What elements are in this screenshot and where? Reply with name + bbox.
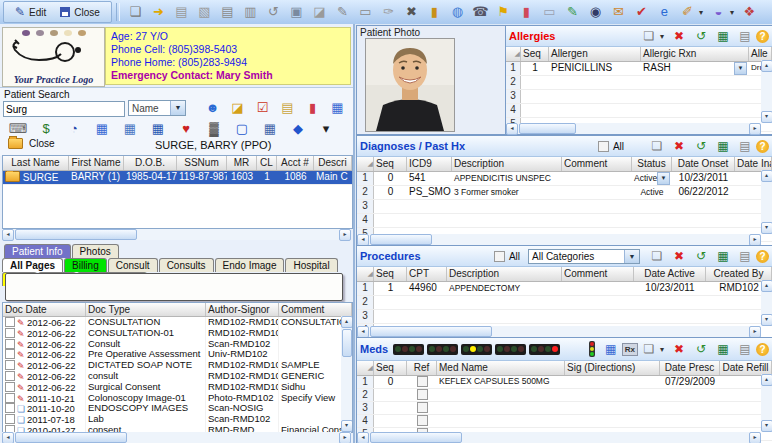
new-record-icon[interactable]: ❏: [646, 139, 668, 153]
documents-vscrollbar[interactable]: ▴ ▾: [341, 316, 352, 432]
scroll-left-icon[interactable]: ◂: [2, 432, 14, 443]
mail-icon[interactable]: ✉: [607, 1, 630, 23]
doc-checkbox[interactable]: [5, 328, 15, 338]
diamond-icon[interactable]: ◆: [284, 118, 312, 140]
col-description[interactable]: Description: [447, 267, 562, 281]
delete-record-icon[interactable]: ✖: [668, 29, 690, 43]
allergy-row[interactable]: 1 1 PENICILLINS ▼RASH Drug: [506, 62, 772, 76]
scroll-right-icon[interactable]: ▸: [339, 229, 351, 241]
browser-icon[interactable]: e: [653, 1, 676, 23]
workstation-icon[interactable]: ▭: [354, 1, 377, 23]
patient-grid-hscrollbar[interactable]: ◂ ▸: [2, 229, 351, 240]
new-record-icon[interactable]: ❏: [638, 342, 660, 356]
new-record-dropdown-icon[interactable]: ▾: [660, 345, 668, 354]
help-icon[interactable]: ?: [756, 30, 769, 43]
col-acct[interactable]: Acct #: [277, 156, 314, 170]
procedure-row[interactable]: 1 1 44960 APPENDECTOMY 10/23/2011 RMD102: [357, 282, 772, 296]
signature-icon[interactable]: ✑: [377, 1, 400, 23]
patient-row-selected[interactable]: SURGE BARRY (1) 1985-04-17 119-87-9876 1…: [3, 171, 352, 185]
col-seq[interactable]: Seq: [374, 361, 407, 375]
scroll-right-icon[interactable]: ▸: [749, 123, 761, 135]
diagnoses-hscrollbar[interactable]: ◂▸: [357, 234, 761, 245]
delete-record-icon[interactable]: ✖: [668, 139, 690, 153]
doc-row[interactable]: ✎2012-06-22CONSULTATION-01RMD102-RMD102: [3, 328, 352, 339]
scroll-thumb[interactable]: [342, 329, 352, 357]
patient-edit-icon[interactable]: ☻: [200, 97, 225, 119]
chevron-down-icon[interactable]: ▼: [624, 250, 639, 263]
procedures-vscrollbar[interactable]: ▴▾: [761, 280, 772, 326]
print-icon[interactable]: ▤: [734, 139, 756, 153]
col-ref[interactable]: Ref: [407, 361, 437, 375]
print-all-icon[interactable]: ▥: [239, 1, 262, 23]
edit-button[interactable]: ✎ Edit: [8, 4, 53, 20]
scroll-right-icon[interactable]: ▸: [749, 326, 761, 338]
col-dob[interactable]: D.O.B.: [124, 156, 177, 170]
power-icon[interactable]: ◒: [707, 1, 730, 23]
chevron-down-icon[interactable]: ▼: [170, 101, 185, 115]
scroll-up-icon[interactable]: ▴: [761, 374, 772, 386]
allergy-row-empty[interactable]: 4: [506, 104, 772, 118]
grid-icon[interactable]: ▦: [256, 118, 284, 140]
export-icon[interactable]: ▦: [712, 29, 734, 43]
diagnosis-row[interactable]: 1 0 541 APPENDICITIS UNSPEC ▼Active 10/2…: [357, 172, 772, 186]
scroll-up-icon[interactable]: ▴: [341, 316, 353, 328]
doc-row[interactable]: ❏2011-07-18LabScan-RMD102: [3, 414, 352, 425]
print-icon[interactable]: ▤: [734, 29, 756, 43]
scroll-right-icon[interactable]: ▸: [749, 432, 761, 443]
scroll-right-icon[interactable]: ▸: [339, 432, 351, 443]
ruler-icon[interactable]: ✐: [676, 1, 699, 23]
tab-hospital[interactable]: Hospital: [285, 258, 337, 272]
search-by-dropdown[interactable]: Name ▼: [128, 100, 186, 116]
calculator-icon[interactable]: ▢: [228, 118, 256, 140]
med-row-empty[interactable]: 4: [357, 415, 772, 428]
allergy-row-empty[interactable]: 3: [506, 90, 772, 104]
clock-icon[interactable]: ◔: [60, 118, 88, 140]
scroll-down-icon[interactable]: ▾: [761, 314, 772, 326]
doc-checkbox[interactable]: [5, 360, 15, 370]
all-checkbox[interactable]: [598, 141, 609, 152]
tab-all-pages[interactable]: All Pages: [2, 258, 63, 272]
col-seq[interactable]: Seq: [374, 267, 407, 281]
scroll-thumb[interactable]: [15, 432, 127, 443]
contact-card-icon[interactable]: ▣: [285, 1, 308, 23]
new-record-icon[interactable]: ❏: [638, 29, 660, 43]
scroll-left-icon[interactable]: ◂: [357, 234, 369, 246]
doc-row[interactable]: ❏2011-10-20ENDOSCOPY IMAGESScan-NOSIG: [3, 403, 352, 414]
doc-row[interactable]: ✎2011-10-21Colonoscopy Image-01Photo-RMD…: [3, 393, 352, 404]
scroll-up-icon[interactable]: ▴: [761, 170, 772, 182]
calendar-clock-icon[interactable]: ▦: [144, 118, 172, 140]
diagnosis-row[interactable]: 2 0 PS_SMO 3 Former smoker Active 06/22/…: [357, 186, 772, 200]
chevron-down-icon[interactable]: ▼: [734, 62, 747, 75]
refresh-icon[interactable]: ↺: [690, 342, 712, 356]
col-date-refill[interactable]: Date Refill: [720, 361, 772, 375]
grid-corner[interactable]: ◢: [357, 157, 374, 171]
col-date-active[interactable]: Date Active: [634, 267, 706, 281]
chart-search-icon[interactable]: ◪: [225, 97, 250, 119]
col-created-by[interactable]: Created By: [706, 267, 772, 281]
tab-endo-image[interactable]: Endo Image: [215, 258, 285, 272]
doc-checkbox[interactable]: [5, 393, 15, 403]
doc-row[interactable]: ✎2012-06-22DICTATED SOAP NOTERMD102-RMD1…: [3, 360, 352, 371]
col-comment[interactable]: Comment: [562, 267, 634, 281]
col-comment[interactable]: Comment: [562, 157, 632, 171]
tab-consult[interactable]: Consult: [108, 258, 158, 272]
announcement-icon[interactable]: ⚑: [492, 1, 515, 23]
col-status[interactable]: Status: [632, 157, 672, 171]
red-book-icon[interactable]: ▮: [300, 97, 325, 119]
col-seq[interactable]: Seq: [374, 157, 407, 171]
close-chart-button[interactable]: Close: [8, 138, 55, 149]
scroll-left-icon[interactable]: ◂: [2, 229, 14, 241]
doc-checkbox[interactable]: [5, 317, 15, 327]
category-filter-dropdown[interactable]: All Categories ▼: [528, 249, 640, 264]
med-row[interactable]: 1 0 KEFLEX CAPSULES 500MG 07/29/2009: [357, 376, 772, 389]
refresh-icon[interactable]: ↺: [690, 139, 712, 153]
doc-row[interactable]: ✎2012-06-22Surgical ConsentRMD102-RMD102…: [3, 382, 352, 393]
col-author-signor[interactable]: Author-Signor: [206, 303, 279, 316]
col-cpt[interactable]: CPT: [407, 267, 447, 281]
meds-hscrollbar[interactable]: ◂▸: [357, 432, 761, 443]
allergy-row-empty[interactable]: 2: [506, 76, 772, 90]
procedures-hscrollbar[interactable]: ◂▸: [357, 326, 761, 337]
scroll-thumb[interactable]: [15, 229, 137, 240]
rx-icon[interactable]: Rx: [622, 343, 638, 356]
allergies-hscrollbar[interactable]: ◂▸: [506, 123, 761, 134]
